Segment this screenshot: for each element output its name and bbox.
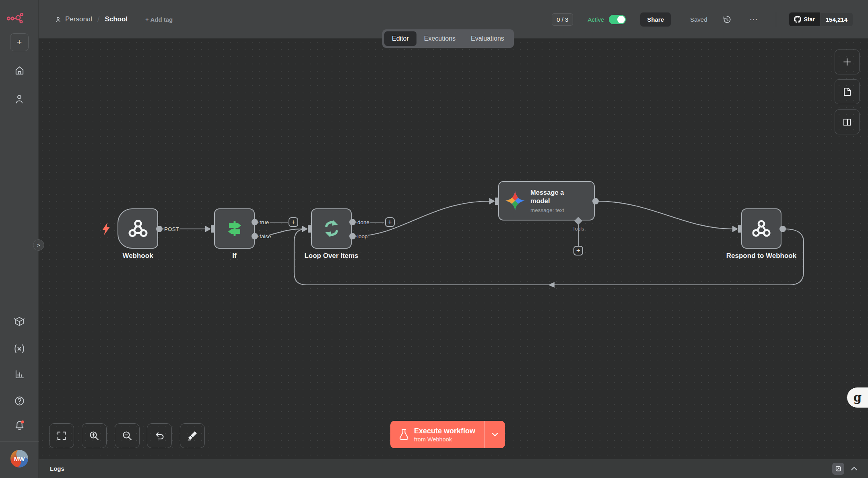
toggle-panel-button[interactable] <box>835 109 860 134</box>
tab-executions[interactable]: Executions <box>416 31 463 46</box>
loop-input-port[interactable] <box>302 225 311 233</box>
open-window-icon <box>835 466 841 472</box>
zoom-out-button[interactable] <box>115 423 140 448</box>
trigger-bolt-icon <box>102 223 110 235</box>
app-window: POST true false done loop Tools Webhook <box>0 0 868 478</box>
workflow-name[interactable]: School <box>105 15 128 23</box>
wire-model-respond <box>598 201 732 229</box>
model-output-port[interactable] <box>592 198 599 204</box>
sidebar-item-personal[interactable] <box>0 94 39 104</box>
loop-done-label: done <box>357 219 369 225</box>
history-button[interactable] <box>723 15 731 24</box>
g-badge-letter: g <box>854 391 862 404</box>
tab-evaluations[interactable]: Evaluations <box>463 31 512 46</box>
model-input-port[interactable] <box>489 198 498 205</box>
help-icon <box>14 396 25 406</box>
chevron-up-icon[interactable] <box>851 466 858 471</box>
tools-diamond-port[interactable] <box>574 217 582 225</box>
execute-workflow-button[interactable]: Execute workflow from Webhook <box>390 421 505 448</box>
wire-loop-model <box>356 201 490 236</box>
tools-label: Tools <box>572 226 584 232</box>
logs-popout-button[interactable] <box>832 463 844 475</box>
sidebar-divider <box>0 441 39 442</box>
bell-icon <box>14 420 25 431</box>
respond-input-port[interactable] <box>732 225 741 233</box>
fit-view-button[interactable] <box>49 423 74 448</box>
active-label: Active <box>588 16 604 23</box>
n8n-logo[interactable] <box>6 11 24 26</box>
if-true-port[interactable] <box>252 219 258 225</box>
variables-icon <box>13 343 25 354</box>
github-star-count[interactable]: 154,214 <box>821 13 853 26</box>
notification-dot <box>21 420 24 423</box>
g-feedback-badge[interactable]: g <box>847 387 868 408</box>
loop-loop-label: loop <box>357 233 368 239</box>
github-star-label: Star <box>804 16 815 23</box>
execution-counter-badge: 0 / 3 <box>552 13 573 26</box>
execute-workflow-label: Execute workflow <box>414 427 475 435</box>
add-node-button-if-true[interactable]: + <box>289 217 298 227</box>
history-icon <box>723 15 731 24</box>
person-icon <box>14 94 25 104</box>
if-false-port[interactable] <box>252 233 258 239</box>
sticky-note-icon <box>842 87 852 97</box>
home-icon <box>14 65 25 76</box>
logs-actions <box>832 463 868 475</box>
webhook-method-label: POST <box>164 226 179 232</box>
undo-button[interactable] <box>147 423 172 448</box>
if-false-label: false <box>260 233 271 239</box>
github-star-button[interactable]: Star <box>789 12 820 26</box>
if-input-port[interactable] <box>205 225 214 233</box>
plus-icon <box>842 57 852 67</box>
add-tool-button[interactable]: + <box>573 246 583 255</box>
sidebar-item-templates[interactable] <box>0 316 39 327</box>
execute-options-dropdown[interactable] <box>484 421 505 448</box>
webhook-output-port[interactable] <box>156 226 163 232</box>
fit-view-icon <box>56 431 67 441</box>
loop-done-port[interactable] <box>349 219 356 225</box>
avatar-initials: MW <box>14 455 25 462</box>
undo-icon <box>154 431 165 441</box>
tab-editor[interactable]: Editor <box>384 31 416 46</box>
add-node-panel-button[interactable] <box>835 49 860 74</box>
tidy-up-icon <box>187 431 198 441</box>
chevron-down-icon <box>492 433 498 437</box>
zoom-out-icon <box>122 431 132 441</box>
add-tag-button[interactable]: + Add tag <box>145 16 173 23</box>
connection-layer: POST true false done loop Tools <box>39 39 868 459</box>
workflow-canvas[interactable]: POST true false done loop Tools Webhook <box>39 39 868 459</box>
create-workflow-button[interactable]: + <box>10 33 29 51</box>
more-options-button[interactable]: ⋯ <box>750 14 759 24</box>
flask-icon <box>398 429 409 441</box>
breadcrumb-separator: / <box>97 15 99 24</box>
sidebar-expand-toggle[interactable]: > <box>33 239 44 251</box>
toggle-knob <box>617 16 625 23</box>
active-toggle[interactable] <box>609 15 626 24</box>
sidebar-item-variables[interactable] <box>0 343 39 354</box>
respond-output-port[interactable] <box>779 226 786 232</box>
logs-title: Logs <box>50 465 64 472</box>
zoom-in-icon <box>89 431 99 441</box>
breadcrumb-project[interactable]: Personal <box>65 15 92 23</box>
sidebar-item-insights[interactable] <box>0 369 39 380</box>
execute-workflow-sublabel: from Webhook <box>414 436 475 443</box>
execute-workflow-main[interactable]: Execute workflow from Webhook <box>390 421 484 448</box>
zoom-in-button[interactable] <box>82 423 107 448</box>
github-widget: Star 154,214 <box>789 12 853 26</box>
logs-panel-header[interactable]: Logs <box>39 459 868 478</box>
sidebar-item-home[interactable] <box>0 65 39 76</box>
sidebar-item-notifications[interactable] <box>0 420 39 431</box>
loop-loop-port[interactable] <box>349 233 356 239</box>
share-button[interactable]: Share <box>640 12 671 27</box>
sidebar-item-help[interactable] <box>0 396 39 406</box>
breadcrumb: Personal / School + Add tag <box>55 0 173 39</box>
project-person-icon <box>55 16 62 23</box>
add-sticky-note-button[interactable] <box>835 79 860 104</box>
github-icon <box>794 16 801 23</box>
loopback-arrowhead <box>548 282 555 288</box>
split-panel-icon <box>842 117 852 127</box>
topbar-divider <box>776 12 776 27</box>
add-node-button-loop-done[interactable]: + <box>385 217 395 227</box>
tidy-up-button[interactable] <box>180 423 205 448</box>
user-avatar[interactable]: MW <box>10 450 28 468</box>
